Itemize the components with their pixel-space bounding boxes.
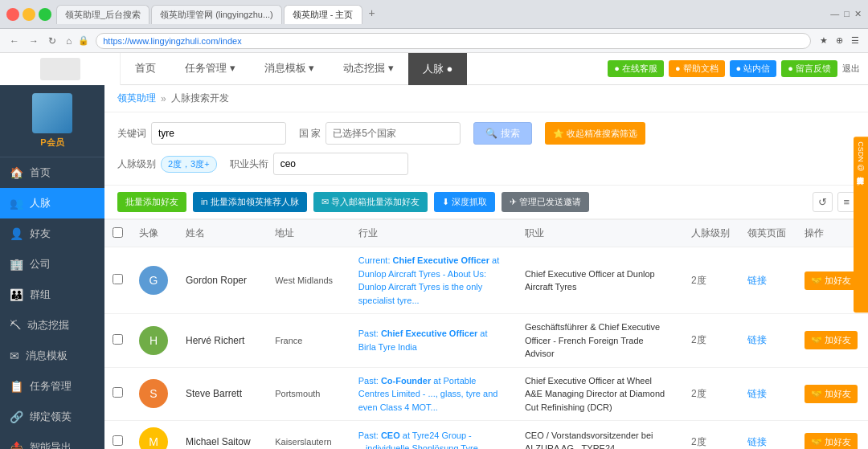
sidebar-item-message[interactable]: ✉ 消息模板: [0, 341, 104, 371]
side-float-button[interactable]: CSDN @在上海打拼的外贸人: [854, 137, 868, 313]
sidebar-item-export[interactable]: 📤 智能导出: [0, 432, 104, 449]
collect-btn[interactable]: ⭐ 收起精准搜索筛选: [545, 122, 645, 145]
refresh-button[interactable]: ↻: [45, 34, 59, 48]
row-checkbox-3[interactable]: [113, 435, 123, 446]
linkedin-link-3[interactable]: 链接: [747, 436, 767, 447]
row-checkbox-2[interactable]: [113, 387, 123, 398]
keyword-label: 关键词: [117, 127, 146, 141]
breadcrumb: 领英助理 » 人脉搜索开发: [104, 85, 868, 112]
nav-task[interactable]: 任务管理 ▾: [170, 53, 250, 85]
home-button[interactable]: ⌂: [63, 34, 75, 48]
home-icon: 🏠: [10, 166, 23, 179]
sidebar-item-group[interactable]: 👪 群组: [0, 280, 104, 310]
table-row: M Michael Saitow Kaiserslautern Past: CE…: [104, 421, 868, 450]
sidebar-item-contacts[interactable]: 👥 人脉: [0, 188, 104, 218]
nav-message[interactable]: 消息模板 ▾: [250, 53, 330, 85]
sidebar-item-bind[interactable]: 🔗 绑定领英: [0, 402, 104, 432]
row-address-1: France: [267, 314, 350, 368]
row-avatar-2: S: [131, 367, 178, 421]
logo-area: [0, 53, 121, 85]
batch-add-friend-button[interactable]: 批量添加好友: [117, 192, 186, 212]
sidebar-item-dynamic[interactable]: ⛏ 动态挖掘: [0, 310, 104, 341]
row-address-0: West Midlands: [267, 247, 350, 314]
row-degree-2: 2度: [683, 367, 739, 421]
row-checkbox-1[interactable]: [113, 334, 123, 345]
sidebar-item-task-label: 任务管理: [30, 379, 72, 394]
keyword-field: 关键词: [117, 122, 286, 145]
add-friend-button-3[interactable]: 🤝 加好友: [805, 433, 858, 450]
row-name-0: Gordon Roper: [178, 247, 267, 314]
forward-button[interactable]: →: [26, 34, 42, 48]
row-avatar-1: H: [131, 314, 178, 368]
sidebar-item-company[interactable]: 🏢 公司: [0, 249, 104, 280]
search-icon: 🔍: [485, 128, 497, 139]
inbox-button[interactable]: ● 站内信: [730, 60, 777, 77]
minimize-button[interactable]: [23, 8, 35, 21]
breadcrumb-root[interactable]: 领英助理: [117, 92, 156, 105]
contacts-table: 头像 姓名 地址 行业 职业 人脉级别 领英页面 操作 G Gordon Rop…: [104, 219, 868, 449]
sidebar-item-friends[interactable]: 👤 好友: [0, 218, 104, 249]
bind-icon: 🔗: [10, 410, 23, 423]
logout-button[interactable]: 退出: [842, 63, 860, 75]
view-toggle-button[interactable]: ≡: [837, 192, 855, 212]
manage-sent-button[interactable]: ✈ 管理已发送邀请: [502, 192, 589, 212]
close-button[interactable]: [6, 8, 19, 21]
tab-1[interactable]: 领英助理_后台搜索: [56, 5, 149, 24]
row-address-2: Portsmouth: [267, 367, 350, 421]
col-degree: 人脉级别: [683, 220, 739, 247]
friends-icon: 👤: [10, 227, 23, 240]
job-field: 职业头衔: [230, 153, 408, 175]
feedback-button[interactable]: ● 留言反馈: [781, 60, 837, 77]
add-friend-button-2[interactable]: 🤝 加好友: [805, 385, 858, 403]
sidebar-item-contacts-label: 人脉: [30, 196, 51, 210]
sidebar-item-group-label: 群组: [30, 288, 51, 302]
select-all-checkbox[interactable]: [113, 227, 123, 238]
export-icon: 📤: [10, 441, 23, 449]
sidebar-item-export-label: 智能导出: [30, 440, 72, 449]
row-checkbox-cell-3: [104, 421, 131, 450]
row-industry-0: Current: Chief Executive Officer at Dunl…: [350, 247, 517, 314]
avatar-image: [32, 93, 72, 133]
help-button[interactable]: ● 帮助文档: [669, 60, 725, 77]
country-input[interactable]: [326, 122, 461, 145]
deep-fetch-button[interactable]: ⬇ 深度抓取: [434, 192, 495, 212]
linkedin-link-2[interactable]: 链接: [747, 388, 767, 399]
batch-add-linkedin-button[interactable]: in 批量添加领英推荐人脉: [193, 192, 307, 212]
app-layout: P会员 🏠 首页 👥 人脉 👤 好友 🏢 公司 👪 群组: [0, 85, 868, 449]
search-button[interactable]: 🔍 搜索: [473, 122, 531, 145]
col-industry: 行业: [350, 220, 517, 247]
toolbar-right: ★ ⊕ ☰: [817, 35, 862, 46]
tab-3[interactable]: 领英助理 - 主页: [284, 5, 362, 24]
add-friend-button-1[interactable]: 🤝 加好友: [805, 331, 858, 349]
add-friend-button-0[interactable]: 🤝 加好友: [805, 271, 858, 290]
tab-2[interactable]: 领英助理管网 (lingyingzhu...): [151, 5, 282, 24]
nav-dynamic[interactable]: 动态挖掘 ▾: [329, 53, 408, 85]
degree-tag[interactable]: 2度，3度+: [161, 156, 217, 173]
nav-home[interactable]: 首页: [121, 53, 170, 85]
keyword-input[interactable]: [151, 122, 286, 145]
import-email-button[interactable]: ✉ 导入邮箱批量添加好友: [313, 192, 428, 212]
refresh-table-button[interactable]: ↺: [813, 192, 833, 212]
row-action-1: 🤝 加好友: [796, 314, 868, 368]
nav-contacts[interactable]: 人脉 ●: [408, 53, 467, 85]
sidebar-item-task[interactable]: 📋 任务管理: [0, 371, 104, 402]
add-tab-button[interactable]: +: [364, 5, 380, 24]
address-bar[interactable]: https://www.lingyingzhuli.com/index: [96, 33, 811, 49]
linkedin-link-0[interactable]: 链接: [747, 275, 767, 286]
job-input[interactable]: [273, 153, 408, 175]
toolbar-action-1[interactable]: ★: [817, 35, 830, 46]
maximize-button[interactable]: [39, 8, 51, 21]
toolbar-action-2[interactable]: ⊕: [833, 35, 845, 46]
country-field: 国 家: [299, 122, 461, 145]
sidebar-item-home[interactable]: 🏠 首页: [0, 157, 104, 188]
row-degree-3: 2度: [683, 421, 739, 450]
online-service-button[interactable]: ● 在线客服: [608, 60, 664, 77]
linkedin-link-1[interactable]: 链接: [747, 334, 767, 345]
row-checkbox-0[interactable]: [113, 274, 123, 284]
logo: [40, 58, 80, 80]
row-linkedin-0: 链接: [739, 247, 796, 314]
row-degree-1: 2度: [683, 314, 739, 368]
toolbar-action-3[interactable]: ☰: [849, 35, 862, 46]
breadcrumb-current: 人脉搜索开发: [171, 92, 229, 105]
back-button[interactable]: ←: [6, 34, 23, 48]
